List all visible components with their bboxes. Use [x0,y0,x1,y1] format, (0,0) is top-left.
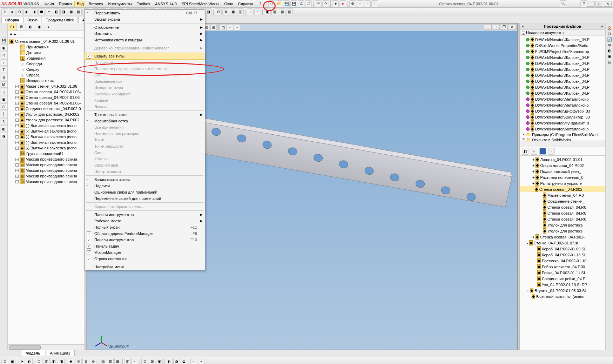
menu-item[interactable]: ✓Строка состояния [85,256,205,262]
tree-item[interactable]: +⊞Массив производного эскиза [8,156,85,162]
tree-item[interactable]: +◆Уголок для растяжек_04.Р.002 [8,112,85,117]
asm-tree-item[interactable]: ◆Растяжка_04.Р.002-01.10 [520,258,605,264]
filter-icon[interactable]: ▼ [9,32,13,36]
toolbar-button[interactable]: ▪ [198,358,204,364]
asm-tree-item[interactable]: ◆Макет стенки_04.Р.0 [520,192,605,198]
vert-button[interactable]: R [1,52,7,58]
tree-item[interactable]: +⊞Массив производного эскиза [8,162,85,168]
recent-file-item[interactable]: ◆D:\Work\Novator\Жалюзи_04.Р [520,78,605,84]
toolbar-button[interactable]: ⬡ [36,358,42,364]
menu-инструменты[interactable]: Инструменты [106,1,135,7]
asm-tree-item[interactable]: ◆Уголок для растяже [520,228,605,234]
vp-restore-icon[interactable]: ❐ [500,24,508,30]
asm-tree-item[interactable]: +◆Рычаг ручного управле [520,180,605,186]
tree-item[interactable]: +◆Соединение стенки_04.Р.002-0 [8,106,85,112]
toolbar-button[interactable]: ⬡ [16,8,23,15]
new-icon[interactable]: □ [268,0,275,7]
asm-tree-item[interactable]: +◆Втулка _04.Р.002-01.05.03.SL [520,288,605,294]
tree-item[interactable]: +⊞Массив производного эскиза [8,168,85,173]
recent-file-item[interactable]: ◆D:\Work\Novator\Жалюзи_04.Р [520,60,605,66]
asm-tree-item[interactable]: ◆Уголок для растяже [520,222,605,228]
recent-file-item[interactable]: ◆F:\PDM\Project files\Коллектор [520,48,605,54]
vp-toolbar-button[interactable]: ▪ [234,24,240,31]
toolbar-button[interactable]: ▧ [286,8,293,15]
tree-item[interactable]: ◇Справа [8,72,85,78]
vert-button[interactable]: │ [1,111,7,117]
vert-button[interactable]: M [1,81,7,88]
vp-min-icon[interactable]: – [484,24,492,30]
menu-вид[interactable]: Вид [74,1,86,7]
toolbar-button[interactable]: ⊙ [75,358,82,364]
help2-icon[interactable]: ? [580,0,587,7]
toolbar-button[interactable]: ▫ [132,358,138,364]
expand-icon[interactable]: + [15,107,19,110]
btn-icon[interactable]: ▫ [531,148,537,155]
asm-tree-item[interactable]: +◆Растяжка поперечная_0 [520,174,605,180]
vert-button[interactable]: 🏠 [607,26,612,31]
expand-icon[interactable]: + [15,141,19,144]
menu-item[interactable]: Отображение▶ [85,24,205,31]
toolbar-button[interactable]: ◨ [60,8,67,15]
expand-icon[interactable]: + [15,119,19,122]
menu-toolbox[interactable]: Toolbox [134,1,153,7]
recent-file-item[interactable]: ◆D:\Work\Novator\Металлоконо [520,96,605,102]
tree-item[interactable]: +◆(-) Вытяжная заклепка (испо [8,145,85,151]
recent-file-item[interactable]: ◆D:\Work\Novator\Жалюзи_04.Р [520,54,605,60]
pm-tab-icon[interactable]: ⚙ [17,23,26,31]
cm-tab-icon[interactable]: ◐ [26,23,35,31]
toolbar-button[interactable]: ◐ [166,358,173,364]
folder-item[interactable]: +📁Открыто в SolidWorks [520,137,605,141]
asm-tree-item[interactable]: ◆Соединение рейки_04.Р [520,276,605,282]
vert-button[interactable]: ⊡ [608,32,611,36]
tree-root-label[interactable]: Стенка осевая_04.Р.002-01.06-01 [15,39,75,43]
toolbar-button[interactable]: ◨ [58,358,65,364]
recent-file-item[interactable]: ◆D:\Work\Novator\Металлоконо [520,102,605,108]
expand-icon[interactable]: + [532,235,534,239]
menu-item[interactable]: ✓MotionManager [85,249,205,256]
scrollbar[interactable] [8,344,85,350]
select-icon[interactable]: ➤ [332,0,339,7]
vert-button[interactable]: 💾 [1,37,7,43]
tb-icon[interactable]: ▫ [364,0,371,7]
panel-arrow-icon[interactable]: » [601,24,603,28]
toolbar-button[interactable]: ◒ [181,358,187,364]
vert-button[interactable]: ⬡ [1,103,7,110]
expand-icon[interactable]: + [15,102,19,105]
vert-button[interactable]: ◐ [1,126,7,132]
expand-icon[interactable]: + [15,124,19,127]
vert-button[interactable]: ↻ [1,118,7,124]
asm-tree-item[interactable]: +◆Опора лопатки_04.Р.002 [520,162,605,168]
options-icon[interactable]: ⚙ [349,0,356,7]
recent-file-item[interactable]: ◆D:\Work\Novator\Фундамент_0 [520,120,605,126]
motion-tab[interactable]: Модель [21,350,45,356]
toolbar-button[interactable]: ◨ [205,8,212,15]
menu-правка[interactable]: Правка [56,1,74,7]
toolbar-button[interactable]: ◧ [53,8,60,15]
vert-button[interactable]: ◉ [1,45,7,51]
menu-item[interactable]: ▫Надписи [85,183,205,189]
toolbar-button[interactable]: ⊡ [141,358,148,364]
toolbar-button[interactable]: ✂ [46,8,52,15]
asm-tree-item[interactable]: ◆Стенка осевая_04.Р.0 [520,210,605,216]
menu-item[interactable]: Полный экранF11 [85,224,205,230]
print-icon[interactable]: 🖨 [298,0,304,7]
recent-file-item[interactable]: ◆D:\Work\Novator\Жалюзи_04.Р [520,66,605,72]
recent-file-item[interactable]: ◆D:\Work\Novator\Жалюзи_04.Р [520,36,605,42]
menu-item[interactable]: ✓Панели инструментовF10 [85,237,205,243]
toolbar-button[interactable]: ◫ [124,358,131,364]
help-icon[interactable]: ? [259,2,261,6]
toolbar-button[interactable]: ⊠ [222,8,229,15]
menu-item[interactable]: ✓Панель задач [85,243,205,249]
toolbar-button[interactable]: ⬢ [38,8,45,15]
expand-icon[interactable]: + [15,85,19,88]
panel-arrow-icon[interactable]: « [522,24,524,28]
toolbar-button[interactable]: ▥ [107,358,114,364]
asm-tree-item[interactable]: ◆Стенка осевая_04.Р.0 [520,216,605,222]
tree-item[interactable]: +◆Макет стенки_04.Р.002-01.06- [8,83,85,89]
tree-item[interactable]: ΣУравнения [8,55,85,61]
recent-file-item[interactable]: ◆D:\Work\Novator\Жалюзи_04.Р [520,72,605,78]
expand-icon[interactable]: + [15,163,19,167]
vert-button[interactable]: ⊕ [608,43,611,47]
asm-tree-item[interactable]: ◆Вытяжная заклепка (испол [520,294,605,299]
vert-button[interactable]: ▣ [608,54,611,59]
